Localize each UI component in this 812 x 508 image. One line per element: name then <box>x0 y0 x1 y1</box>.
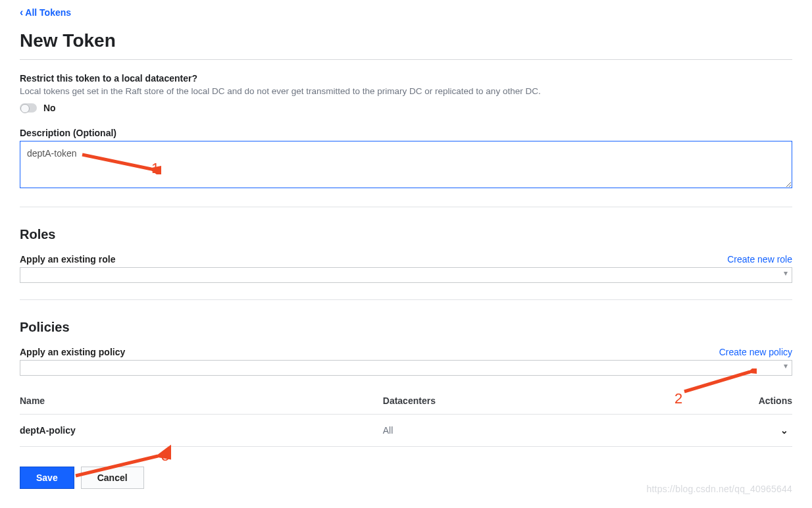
policy-datacenters: All <box>383 425 715 436</box>
back-all-tokens-link[interactable]: ‹ All Tokens <box>20 7 71 18</box>
policies-title: Policies <box>20 320 792 335</box>
section-divider <box>20 299 792 300</box>
section-divider <box>20 207 792 207</box>
description-label: Description (Optional) <box>20 128 792 138</box>
col-header-datacenters: Datacenters <box>383 395 715 406</box>
apply-role-label: Apply an existing role <box>20 254 115 265</box>
policies-dropdown[interactable] <box>20 360 792 376</box>
description-input[interactable] <box>20 141 792 188</box>
description-section: Description (Optional) <box>20 128 792 190</box>
roles-section: Roles Apply an existing role Create new … <box>20 227 792 283</box>
restrict-toggle[interactable] <box>20 103 37 113</box>
restrict-label: Restrict this token to a local datacente… <box>20 73 792 84</box>
col-header-name: Name <box>20 395 383 406</box>
page-title: New Token <box>20 30 792 51</box>
roles-title: Roles <box>20 227 792 242</box>
annotation-number: 3 <box>161 447 169 465</box>
apply-policy-label: Apply an existing policy <box>20 347 125 357</box>
create-policy-link[interactable]: Create new policy <box>719 347 792 357</box>
restrict-section: Restrict this token to a local datacente… <box>20 73 792 113</box>
chevron-down-icon[interactable]: ⌄ <box>780 425 792 436</box>
create-role-link[interactable]: Create new role <box>727 254 792 265</box>
button-row: Save Cancel <box>20 467 792 489</box>
policies-section: Policies Apply an existing policy Create… <box>20 320 792 447</box>
policy-name: deptA-policy <box>20 425 383 436</box>
restrict-toggle-value: No <box>43 103 56 113</box>
chevron-left-icon: ‹ <box>20 7 23 18</box>
restrict-hint: Local tokens get set in the Raft store o… <box>20 86 792 96</box>
col-header-actions: Actions <box>715 395 792 406</box>
roles-dropdown[interactable] <box>20 267 792 283</box>
table-row: deptA-policy All ⌄ <box>20 415 792 447</box>
save-button[interactable]: Save <box>20 467 74 489</box>
policies-table: Name Datacenters Actions deptA-policy Al… <box>20 389 792 447</box>
cancel-button[interactable]: Cancel <box>81 467 144 489</box>
back-link-text: All Tokens <box>25 7 71 18</box>
title-divider <box>20 59 792 60</box>
policies-header-row: Name Datacenters Actions <box>20 389 792 415</box>
